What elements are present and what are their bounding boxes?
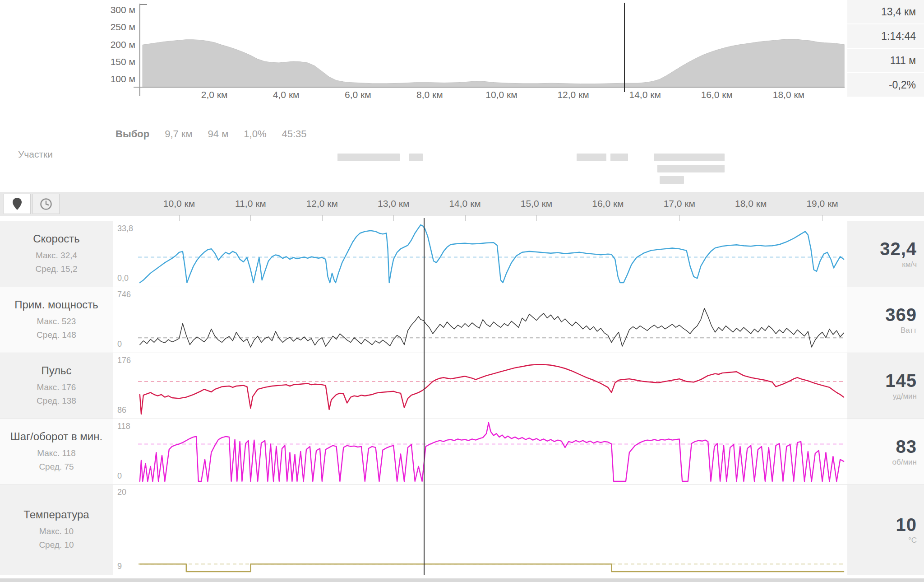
chart-avg-label: Сред. 148 (37, 328, 76, 341)
chart-value-pulse: 145уд/мин (847, 353, 924, 419)
elevation-y-tick: 250 м (104, 22, 135, 33)
summary-grade: -0,2% (847, 73, 924, 97)
distance-axis-tick: 10,0 км (157, 198, 202, 209)
chart-ymax-tick: 176 (117, 356, 131, 365)
segment-bar[interactable] (610, 154, 628, 161)
elevation-x-tick: 18,0 км (768, 89, 809, 100)
chart-plot-power[interactable]: 7460 (113, 287, 847, 353)
distance-axis-tick: 11,0 км (228, 198, 273, 209)
chart-unit: °C (908, 536, 917, 545)
chart-current-value: 369 (885, 305, 917, 325)
activity-analysis-page: 300 м250 м200 м150 м100 м 2,0 км4,0 км6,… (0, 0, 924, 582)
distance-axis-tickmark (393, 215, 394, 221)
segments-label: Участки (18, 149, 53, 160)
chart-title: Шаг/оборот в мин. (10, 430, 102, 443)
chart-ymin-tick: 0 (117, 471, 122, 481)
chart-unit: км/ч (902, 260, 917, 269)
summary-time: 1:14:44 (847, 24, 924, 48)
chart-title: Температура (23, 508, 89, 521)
chart-plot-temperature[interactable]: 209 (113, 485, 847, 575)
distance-axis-tick: 19,0 км (800, 198, 845, 209)
chart-row-pulse: ПульсМакс. 176Сред. 13817686145уд/мин (0, 353, 924, 419)
chart-value-power: 369Ватт (847, 287, 924, 353)
chart-label-power: Прим. мощностьМакс. 523Сред. 148 (0, 287, 113, 353)
elevation-x-tick: 12,0 км (553, 89, 594, 100)
chart-row-speed: СкоростьМакс. 32,4Сред. 15,233,80,032,4к… (0, 221, 924, 287)
distance-axis-tickmark (751, 215, 751, 221)
distance-axis-tick: 16,0 км (585, 198, 630, 209)
segment-bar[interactable] (654, 154, 725, 161)
chart-value-speed: 32,4км/ч (847, 221, 924, 287)
selection-time: 45:35 (282, 128, 306, 140)
chart-unit: Ватт (901, 326, 917, 335)
chart-row-power: Прим. мощностьМакс. 523Сред. 1487460369В… (0, 287, 924, 353)
summary-elevation-gain: 111 м (847, 49, 924, 72)
cursor-line-top[interactable] (624, 3, 625, 92)
chart-max-label: Макс. 176 (37, 381, 76, 394)
chart-plot-speed[interactable]: 33,80,0 (113, 221, 847, 287)
chart-ymax-tick: 33,8 (117, 224, 133, 233)
chart-current-value: 145 (885, 371, 917, 391)
chart-max-label: Макс. 118 (37, 447, 75, 460)
selection-elevation: 94 м (208, 128, 229, 140)
time-mode-button[interactable] (32, 194, 60, 214)
chart-ymin-tick: 9 (117, 562, 122, 571)
segment-bar[interactable] (409, 154, 423, 161)
chart-current-value: 32,4 (880, 239, 917, 259)
elevation-x-tick: 6,0 км (337, 89, 378, 100)
elevation-x-tick: 4,0 км (266, 89, 306, 100)
chart-ymax-tick: 20 (117, 488, 126, 497)
elevation-x-tick: 2,0 км (194, 89, 235, 100)
chart-row-temperature: ТемператураМакс. 10Сред. 1020910°C (0, 485, 924, 575)
chart-avg-label: Сред. 15,2 (35, 262, 77, 275)
chart-unit: об/мин (892, 458, 917, 467)
chart-title: Прим. мощность (14, 298, 98, 311)
chart-value-temperature: 10°C (847, 485, 924, 575)
distance-axis-tickmark (250, 215, 251, 221)
distance-axis-tickmark (608, 215, 608, 221)
selection-distance: 9,7 км (165, 128, 192, 140)
graph-toolbar: 10,0 км11,0 км12,0 км13,0 км14,0 км15,0 … (0, 192, 924, 216)
elevation-x-tick: 14,0 км (625, 89, 665, 100)
summary-panel: 13,4 км 1:14:44 111 м -0,2% (847, 0, 924, 98)
selection-stats: Выбор 9,7 км 94 м 1,0% 45:35 (116, 128, 307, 140)
distance-axis-tick: 17,0 км (657, 198, 702, 209)
selection-label: Выбор (116, 128, 149, 140)
distance-axis-tickmark (822, 215, 823, 221)
chart-row-cadence: Шаг/оборот в мин.Макс. 118Сред. 75118083… (0, 419, 924, 485)
chart-ymin-tick: 0,0 (117, 274, 129, 283)
distance-axis-tick: 14,0 км (443, 198, 488, 209)
segment-bar[interactable] (337, 154, 400, 161)
cursor-line-graphs[interactable] (424, 218, 425, 575)
segment-bar[interactable] (577, 154, 606, 161)
chart-max-label: Макс. 10 (39, 525, 74, 538)
selection-grade: 1,0% (244, 128, 266, 140)
horizontal-scrollbar[interactable] (0, 578, 924, 582)
segment-bar[interactable] (660, 176, 684, 184)
elevation-y-tick: 200 м (104, 39, 135, 50)
chart-avg-label: Сред. 75 (39, 460, 74, 473)
chart-ymax-tick: 118 (117, 422, 130, 431)
distance-mode-button[interactable] (4, 194, 31, 214)
distance-axis-tickmark (679, 215, 680, 221)
chart-label-temperature: ТемператураМакс. 10Сред. 10 (0, 485, 113, 575)
elevation-y-tick: 150 м (104, 56, 135, 67)
chart-unit: уд/мин (893, 392, 917, 401)
chart-plot-cadence[interactable]: 1180 (113, 419, 847, 484)
chart-value-cadence: 83об/мин (847, 419, 924, 484)
chart-label-speed: СкоростьМакс. 32,4Сред. 15,2 (0, 221, 113, 287)
elevation-x-tick: 16,0 км (697, 89, 737, 100)
chart-max-label: Макс. 523 (37, 315, 76, 328)
chart-ymin-tick: 0 (117, 340, 122, 349)
distance-axis-tickmark (179, 215, 180, 221)
distance-axis-tick: 13,0 км (371, 198, 416, 209)
distance-axis-tick: 18,0 км (728, 198, 773, 209)
chart-title: Скорость (33, 233, 80, 245)
distance-axis-tick: 12,0 км (300, 198, 345, 209)
elevation-y-tick: 100 м (104, 74, 135, 84)
segment-bar[interactable] (657, 165, 725, 172)
chart-avg-label: Сред. 10 (39, 538, 74, 551)
chart-avg-label: Сред. 138 (37, 394, 76, 407)
chart-plot-pulse[interactable]: 17686 (113, 353, 847, 419)
chart-ymin-tick: 86 (117, 405, 126, 415)
